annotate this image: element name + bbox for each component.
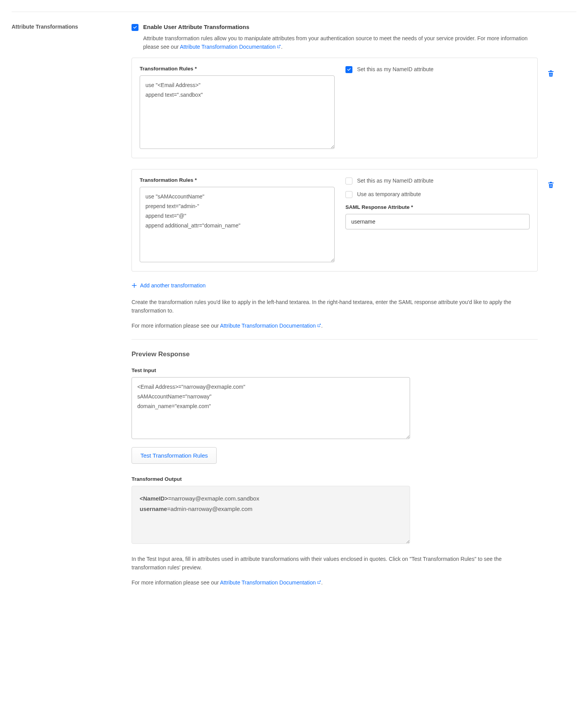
instructions-more: For more information please see our Attr… [132,321,538,330]
section-title: Attribute Transformations [12,24,132,593]
transformation-rule-card: Transformation Rules * Set this as my Na… [132,58,538,158]
enable-transformations-checkbox[interactable] [132,24,138,31]
preview-help-text: In the Test Input area, fill in attribut… [132,555,538,572]
enable-description: Attribute transformation rules allow you… [143,34,538,51]
preview-heading: Preview Response [132,350,538,358]
temp-attr-label: Use as temporary attribute [357,191,421,197]
transformation-rules-textarea[interactable] [140,187,335,262]
response-attr-label: SAML Response Attribute * [345,204,530,210]
delete-rule-button[interactable] [548,181,554,190]
enable-transformations-label: Enable User Attribute Transformations [143,24,250,30]
transformation-rules-textarea[interactable] [140,75,335,149]
instructions-text: Create the transformation rules you'd li… [132,298,538,315]
delete-rule-button[interactable] [548,70,554,78]
external-link-icon [317,323,321,328]
plus-icon [132,283,137,288]
check-icon [347,67,351,72]
check-icon [133,25,137,30]
nameid-label: Set this as my NameID attribute [357,66,434,72]
rules-label: Transformation Rules * [140,66,335,72]
test-input-label: Test Input [132,367,538,373]
rules-label: Transformation Rules * [140,177,335,183]
preview-more: For more information please see our Attr… [132,578,538,587]
add-transformation-button[interactable]: Add another transformation [132,282,206,289]
nameid-checkbox[interactable] [345,66,352,73]
external-link-icon [317,580,321,584]
doc-link[interactable]: Attribute Transformation Documentation [180,44,281,50]
transformation-rule-card: Transformation Rules * Set this as my Na… [132,169,538,272]
nameid-label: Set this as my NameID attribute [357,178,434,184]
test-input-textarea[interactable] [132,377,410,439]
doc-link[interactable]: Attribute Transformation Documentation [220,323,321,329]
external-link-icon [277,44,281,49]
response-attr-input[interactable] [345,214,530,229]
output-label: Transformed Output [132,476,538,482]
temp-attr-checkbox[interactable] [345,191,352,198]
divider [132,339,538,340]
test-transformation-button[interactable]: Test Transformation Rules [132,447,217,464]
nameid-checkbox[interactable] [345,178,352,185]
trash-icon [548,70,554,77]
transformed-output: <NameID>=narroway@exmaple.com.sandbox us… [132,486,410,544]
trash-icon [548,181,554,188]
doc-link[interactable]: Attribute Transformation Documentation [220,579,321,586]
